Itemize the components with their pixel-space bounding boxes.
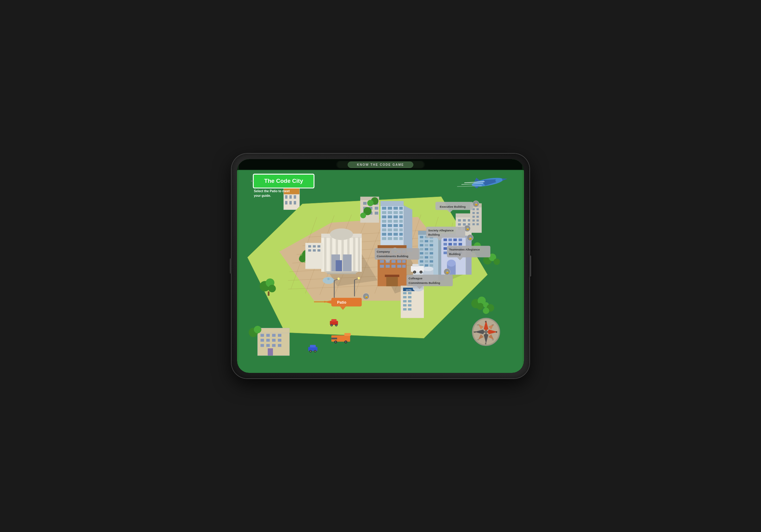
svg-rect-5 bbox=[294, 195, 296, 199]
svg-text:W: W bbox=[474, 331, 476, 333]
svg-rect-217 bbox=[448, 243, 452, 246]
svg-rect-150 bbox=[391, 260, 395, 263]
svg-rect-127 bbox=[308, 245, 311, 248]
svg-rect-60 bbox=[268, 348, 273, 355]
svg-rect-220 bbox=[443, 247, 447, 250]
svg-point-259 bbox=[358, 277, 360, 279]
svg-rect-92 bbox=[393, 233, 398, 236]
svg-rect-69 bbox=[399, 207, 403, 210]
svg-rect-237 bbox=[463, 223, 466, 226]
svg-rect-214 bbox=[453, 239, 457, 241]
svg-rect-156 bbox=[397, 265, 401, 268]
svg-rect-206 bbox=[408, 304, 411, 307]
svg-rect-78 bbox=[382, 220, 386, 223]
svg-rect-59 bbox=[278, 344, 281, 347]
svg-rect-51 bbox=[278, 334, 281, 337]
svg-rect-200 bbox=[408, 292, 411, 294]
svg-rect-267 bbox=[344, 333, 351, 336]
svg-text:Colleague: Colleague bbox=[408, 277, 422, 280]
svg-rect-118 bbox=[353, 237, 356, 272]
svg-point-41 bbox=[483, 308, 489, 314]
svg-rect-125 bbox=[327, 273, 356, 274]
svg-rect-3 bbox=[285, 195, 287, 199]
svg-rect-207 bbox=[403, 308, 406, 311]
svg-rect-232 bbox=[455, 213, 471, 217]
svg-rect-129 bbox=[318, 245, 321, 248]
city-title: The Code City bbox=[264, 178, 303, 184]
svg-rect-131 bbox=[313, 249, 316, 252]
svg-rect-49 bbox=[266, 334, 269, 337]
svg-rect-245 bbox=[477, 208, 479, 210]
svg-rect-233 bbox=[458, 219, 461, 222]
svg-rect-53 bbox=[266, 339, 269, 342]
svg-rect-163 bbox=[420, 236, 423, 239]
svg-rect-130 bbox=[308, 249, 311, 252]
svg-rect-66 bbox=[382, 207, 386, 210]
svg-point-348 bbox=[485, 331, 487, 333]
svg-rect-93 bbox=[399, 233, 403, 236]
svg-point-44 bbox=[268, 285, 276, 293]
svg-rect-82 bbox=[382, 224, 386, 227]
svg-rect-153 bbox=[380, 265, 384, 268]
svg-rect-154 bbox=[386, 265, 390, 268]
svg-rect-95 bbox=[388, 237, 392, 240]
svg-rect-280 bbox=[412, 264, 419, 267]
svg-point-62 bbox=[254, 326, 262, 333]
svg-rect-113 bbox=[324, 237, 326, 272]
svg-rect-215 bbox=[459, 239, 462, 241]
svg-rect-119 bbox=[358, 237, 360, 272]
tablet-screen-container: KNOW THE CODE GAME bbox=[237, 159, 524, 373]
svg-rect-168 bbox=[430, 240, 433, 242]
svg-rect-169 bbox=[420, 244, 423, 246]
svg-rect-251 bbox=[477, 220, 479, 222]
svg-rect-186 bbox=[430, 264, 433, 267]
svg-rect-52 bbox=[261, 339, 264, 342]
svg-rect-179 bbox=[425, 256, 428, 259]
svg-rect-67 bbox=[388, 207, 392, 210]
svg-rect-212 bbox=[443, 239, 447, 241]
svg-rect-331 bbox=[331, 298, 362, 307]
svg-rect-174 bbox=[430, 248, 433, 250]
svg-rect-261 bbox=[331, 319, 336, 322]
svg-rect-56 bbox=[261, 344, 264, 347]
svg-rect-72 bbox=[393, 211, 398, 214]
outer-building-bottom-left bbox=[258, 328, 290, 355]
svg-rect-81 bbox=[399, 220, 403, 223]
tablet-device: KNOW THE CODE GAME bbox=[232, 154, 529, 378]
svg-rect-252 bbox=[473, 223, 475, 225]
svg-rect-88 bbox=[393, 228, 398, 231]
svg-text:HOTEL: HOTEL bbox=[406, 289, 412, 291]
svg-rect-123 bbox=[336, 260, 342, 272]
svg-rect-171 bbox=[430, 244, 433, 246]
city-scene: HOTEL bbox=[237, 159, 524, 373]
svg-rect-94 bbox=[382, 237, 386, 240]
svg-rect-203 bbox=[403, 300, 406, 302]
svg-rect-155 bbox=[391, 265, 395, 268]
svg-rect-173 bbox=[425, 248, 428, 250]
svg-rect-178 bbox=[420, 256, 423, 259]
svg-point-263 bbox=[331, 325, 332, 326]
svg-rect-201 bbox=[403, 296, 406, 298]
svg-rect-6 bbox=[285, 201, 287, 204]
svg-rect-158 bbox=[385, 275, 399, 277]
svg-rect-58 bbox=[272, 344, 275, 347]
svg-rect-204 bbox=[408, 300, 411, 302]
svg-rect-176 bbox=[425, 252, 428, 254]
svg-point-256 bbox=[337, 278, 340, 280]
svg-text:🔒: 🔒 bbox=[474, 202, 478, 206]
svg-rect-177 bbox=[430, 252, 433, 254]
svg-text:N: N bbox=[485, 320, 487, 323]
svg-text:NW: NW bbox=[477, 324, 479, 326]
svg-rect-253 bbox=[477, 223, 479, 225]
svg-rect-159 bbox=[386, 277, 398, 286]
svg-point-229 bbox=[447, 260, 456, 267]
svg-rect-71 bbox=[388, 211, 392, 214]
svg-rect-89 bbox=[399, 228, 403, 231]
svg-rect-79 bbox=[388, 220, 392, 223]
svg-rect-128 bbox=[313, 245, 316, 248]
svg-rect-199 bbox=[403, 292, 406, 294]
svg-point-189 bbox=[423, 267, 434, 271]
svg-rect-181 bbox=[420, 260, 423, 263]
svg-rect-65 bbox=[380, 201, 404, 206]
svg-rect-83 bbox=[388, 224, 392, 227]
